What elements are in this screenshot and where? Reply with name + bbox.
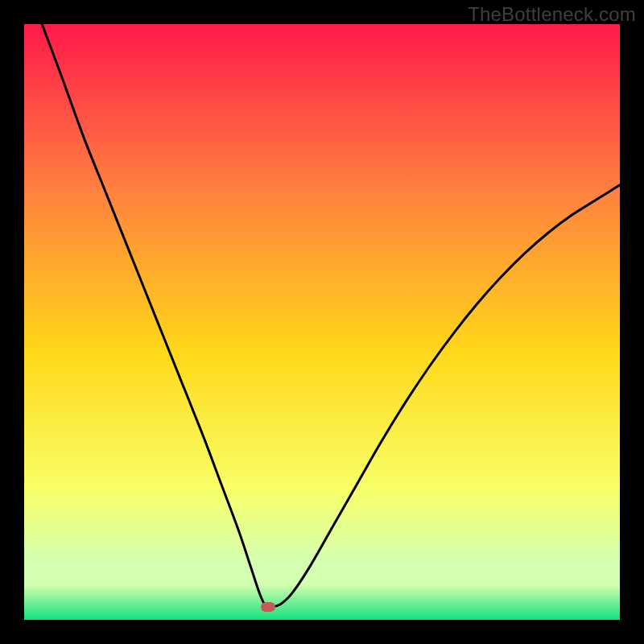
- chart-background: [24, 24, 620, 620]
- chart-frame: [24, 24, 620, 620]
- watermark-text: TheBottleneck.com: [468, 3, 636, 26]
- optimal-marker: [261, 602, 275, 612]
- chart-svg: [24, 24, 620, 620]
